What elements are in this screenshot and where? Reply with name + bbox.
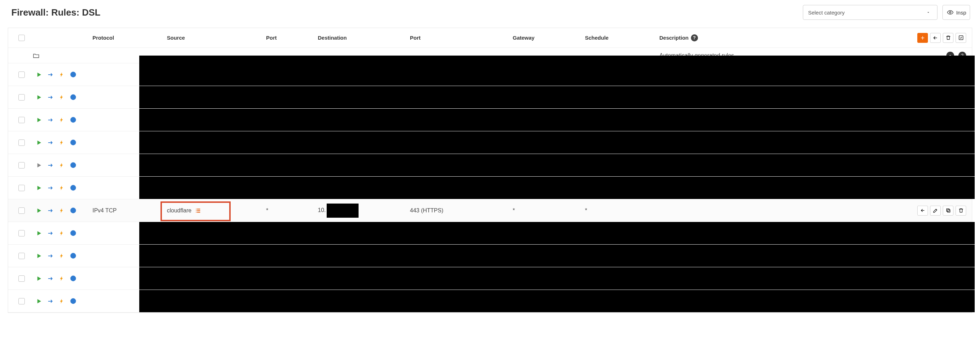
auto-rules-row[interactable]: Automatically generated rules ? xyxy=(8,48,972,63)
move-rule-button[interactable] xyxy=(917,206,928,215)
table-row[interactable] xyxy=(8,109,972,131)
table-row[interactable] xyxy=(8,245,972,267)
col-destination: Destination xyxy=(318,35,410,41)
bolt-icon xyxy=(58,71,65,79)
inspect-button[interactable]: Insp xyxy=(942,5,970,20)
table-row[interactable] xyxy=(8,267,972,290)
inspect-label: Insp xyxy=(956,9,966,16)
bolt-icon xyxy=(58,297,65,305)
col-description: Description ? xyxy=(659,34,837,41)
svg-point-0 xyxy=(949,12,951,13)
clone-rule-button[interactable] xyxy=(943,206,953,215)
row-checkbox[interactable] xyxy=(18,230,25,236)
table-row[interactable] xyxy=(8,131,972,154)
row-checkbox[interactable] xyxy=(18,162,25,169)
play-icon xyxy=(35,297,43,305)
col-schedule: Schedule xyxy=(585,35,659,41)
bolt-icon xyxy=(58,275,65,283)
select-all-checkbox[interactable] xyxy=(18,35,25,41)
edit-rule-button[interactable] xyxy=(930,206,941,215)
info-icon[interactable] xyxy=(69,116,77,124)
col-source: Source xyxy=(167,35,266,41)
bolt-icon xyxy=(58,184,65,192)
info-icon[interactable] xyxy=(69,297,77,305)
info-icon[interactable] xyxy=(69,93,77,101)
play-icon xyxy=(35,116,43,124)
row-checkbox[interactable] xyxy=(18,139,25,146)
arrow-right-icon xyxy=(46,275,54,283)
arrow-right-icon xyxy=(46,161,54,169)
row-checkbox[interactable] xyxy=(18,298,25,304)
table-row[interactable] xyxy=(8,154,972,177)
alias-list-icon[interactable] xyxy=(194,207,202,215)
arrow-right-icon xyxy=(46,297,54,305)
arrow-right-icon xyxy=(46,252,54,260)
eye-icon xyxy=(947,8,954,16)
table-row[interactable] xyxy=(8,86,972,109)
enable-button[interactable] xyxy=(956,33,966,43)
col-gateway: Gateway xyxy=(513,35,585,41)
play-icon xyxy=(35,207,43,215)
play-icon xyxy=(35,71,43,79)
table-row[interactable] xyxy=(8,177,972,199)
page-title: Firewall: Rules: DSL xyxy=(11,7,100,18)
bolt-icon xyxy=(58,139,65,147)
arrow-right-icon xyxy=(46,184,54,192)
play-icon xyxy=(35,161,43,169)
arrow-right-icon xyxy=(46,71,54,79)
add-rule-button[interactable] xyxy=(917,33,928,43)
col-port-source: Port xyxy=(266,35,318,41)
svg-rect-1 xyxy=(959,36,963,40)
caret-down-icon xyxy=(924,8,932,16)
play-icon xyxy=(35,229,43,237)
play-icon xyxy=(35,93,43,101)
redaction-box xyxy=(327,204,358,218)
bolt-icon xyxy=(58,161,65,169)
arrow-right-icon xyxy=(46,93,54,101)
cell-schedule: * xyxy=(585,207,659,214)
info-icon[interactable] xyxy=(69,161,77,169)
table-row[interactable] xyxy=(8,222,972,245)
row-checkbox[interactable] xyxy=(18,117,25,123)
cell-port-src: * xyxy=(266,207,318,214)
info-icon[interactable] xyxy=(69,139,77,147)
delete-rule-button[interactable] xyxy=(956,206,966,215)
info-icon[interactable] xyxy=(69,184,77,192)
delete-button[interactable] xyxy=(943,33,953,43)
category-select[interactable]: Select category xyxy=(803,5,937,20)
bolt-icon xyxy=(58,207,65,215)
row-checkbox[interactable] xyxy=(18,185,25,191)
arrow-right-icon xyxy=(46,207,54,215)
arrow-right-icon xyxy=(46,229,54,237)
info-icon[interactable] xyxy=(69,252,77,260)
table-row[interactable] xyxy=(8,290,972,313)
info-icon[interactable] xyxy=(69,71,77,79)
play-icon xyxy=(35,184,43,192)
move-left-button[interactable] xyxy=(930,33,941,43)
info-icon[interactable] xyxy=(69,229,77,237)
row-checkbox[interactable] xyxy=(18,275,25,282)
play-icon xyxy=(35,275,43,283)
table-row[interactable]: IPv4 TCP cloudflare * 10. 443 (HTTPS) * … xyxy=(8,199,972,222)
play-icon xyxy=(35,139,43,147)
help-icon[interactable]: ? xyxy=(691,34,698,41)
table-row[interactable] xyxy=(8,63,972,86)
info-icon[interactable] xyxy=(69,207,77,215)
row-checkbox[interactable] xyxy=(18,253,25,259)
arrow-right-icon xyxy=(46,139,54,147)
row-checkbox[interactable] xyxy=(18,94,25,101)
row-checkbox[interactable] xyxy=(18,207,25,214)
rules-table: Protocol Source Port Destination Port Ga… xyxy=(8,28,972,313)
cell-gateway: * xyxy=(513,207,585,214)
col-port-dest: Port xyxy=(410,35,513,41)
cell-port-dst: 443 (HTTPS) xyxy=(410,207,513,214)
row-checkbox[interactable] xyxy=(18,71,25,78)
table-header: Protocol Source Port Destination Port Ga… xyxy=(8,28,972,48)
arrow-right-icon xyxy=(46,116,54,124)
bolt-icon xyxy=(58,116,65,124)
col-protocol: Protocol xyxy=(92,35,167,41)
folder-icon xyxy=(32,52,40,60)
info-icon[interactable] xyxy=(69,275,77,283)
cell-destination: 10. xyxy=(318,204,410,218)
bolt-icon xyxy=(58,252,65,260)
